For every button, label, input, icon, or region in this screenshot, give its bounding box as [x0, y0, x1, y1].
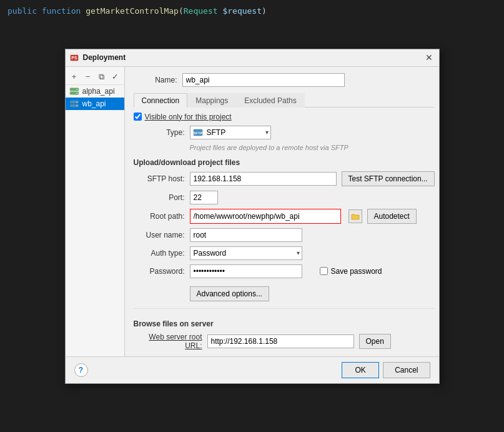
sidebar-item-alpha-api[interactable]: alpha_api — [66, 85, 124, 98]
check-server-button[interactable]: ✓ — [109, 71, 122, 83]
section-divider — [134, 308, 435, 309]
dialog-icon: PS — [69, 53, 79, 63]
type-select[interactable]: SFTP — [190, 126, 271, 139]
save-password-group: Save password — [320, 267, 382, 276]
password-label: Password: — [134, 267, 185, 276]
web-url-input[interactable] — [207, 334, 354, 348]
sidebar-label-wb-api: wb_api — [82, 99, 106, 108]
sidebar: + − ⧉ ✓ alpha_api — [66, 67, 125, 356]
svg-text:PS: PS — [71, 56, 77, 60]
auth-type-select-wrapper: Password ▾ — [190, 246, 302, 260]
folder-icon — [351, 213, 360, 220]
add-server-button[interactable]: + — [68, 71, 81, 83]
advanced-options-button[interactable]: Advanced options... — [190, 286, 269, 301]
name-row: Name: — [134, 73, 435, 87]
name-input[interactable] — [182, 73, 345, 87]
browse-section-header: Browse files on server — [134, 319, 435, 328]
main-content: Name: Connection Mappings Excluded Paths… — [125, 67, 443, 356]
visible-label: Visible only for this project — [145, 113, 232, 121]
visible-checkbox-row: Visible only for this project — [134, 113, 435, 121]
browse-section: Browse files on server Web server root U… — [134, 317, 435, 350]
tab-connection[interactable]: Connection — [134, 93, 188, 108]
port-row: Port: — [134, 191, 435, 204]
server-icon-wb — [69, 100, 79, 108]
password-row: Password: Save password — [134, 264, 435, 278]
server-icon-alpha — [69, 88, 79, 95]
sftp-host-label: SFTP host: — [134, 174, 185, 183]
sftp-host-input[interactable] — [190, 172, 337, 186]
root-path-label: Root path: — [134, 212, 185, 221]
dialog-footer: ? OK Cancel — [66, 356, 439, 383]
auth-type-label: Auth type: — [134, 249, 185, 258]
upload-section-header: Upload/download project files — [134, 158, 435, 167]
title-bar: PS Deployment ✕ — [66, 49, 439, 67]
port-label: Port: — [134, 193, 185, 202]
password-input[interactable] — [190, 264, 302, 278]
autodetect-button[interactable]: Autodetect — [367, 209, 417, 224]
ok-button[interactable]: OK — [342, 362, 379, 378]
test-sftp-button[interactable]: Test SFTP connection... — [342, 171, 435, 186]
close-button[interactable]: ✕ — [423, 51, 435, 64]
username-input[interactable] — [190, 228, 302, 242]
type-select-wrapper: SFTP SFTP ▾ — [190, 126, 271, 139]
type-hint: Project files are deployed to a remote h… — [190, 144, 435, 151]
auth-type-select[interactable]: Password — [190, 246, 302, 260]
svg-point-5 — [76, 93, 77, 94]
cancel-button[interactable]: Cancel — [383, 362, 430, 378]
deployment-dialog: PS Deployment ✕ + − ⧉ ✓ alpha_api — [65, 49, 440, 384]
dialog-title: Deployment — [83, 53, 423, 62]
root-path-input-wrap — [190, 209, 341, 224]
svg-point-4 — [76, 89, 77, 90]
name-label: Name: — [134, 76, 177, 84]
sidebar-label-alpha-api: alpha_api — [82, 87, 115, 96]
tab-mappings[interactable]: Mappings — [187, 93, 236, 108]
port-input[interactable] — [190, 191, 218, 204]
tabs-bar: Connection Mappings Excluded Paths — [134, 93, 435, 108]
username-row: User name: — [134, 228, 435, 242]
root-path-row: Root path: Autodetect — [134, 209, 435, 224]
advanced-options-row: Advanced options... — [134, 286, 435, 301]
root-path-input[interactable] — [190, 209, 340, 223]
sidebar-item-wb-api[interactable]: wb_api — [66, 98, 124, 110]
open-button[interactable]: Open — [359, 334, 391, 349]
username-label: User name: — [134, 231, 185, 239]
web-url-label-text: Web server root URL: — [149, 333, 202, 350]
save-password-checkbox[interactable] — [320, 267, 328, 275]
copy-server-button[interactable]: ⧉ — [96, 71, 108, 83]
sidebar-toolbar: + − ⧉ ✓ — [66, 69, 124, 85]
type-row: Type: SFTP SFTP ▾ — [134, 126, 435, 139]
sftp-host-row: SFTP host: Test SFTP connection... — [134, 171, 435, 186]
help-button[interactable]: ? — [74, 363, 88, 377]
remove-server-button[interactable]: − — [82, 71, 94, 83]
visible-checkbox[interactable] — [134, 113, 142, 121]
folder-browse-button[interactable] — [348, 209, 362, 223]
connection-section: Visible only for this project Type: SFTP… — [134, 113, 435, 350]
svg-point-8 — [76, 101, 77, 103]
dialog-body: + − ⧉ ✓ alpha_api — [66, 67, 439, 356]
web-url-label: Web server root URL: — [134, 333, 202, 350]
tab-excluded-paths[interactable]: Excluded Paths — [236, 93, 304, 108]
svg-point-9 — [76, 105, 77, 106]
type-label: Type: — [134, 128, 185, 137]
auth-type-row: Auth type: Password ▾ — [134, 246, 435, 260]
web-url-row: Web server root URL: Open — [134, 333, 435, 350]
save-password-label: Save password — [331, 267, 382, 276]
